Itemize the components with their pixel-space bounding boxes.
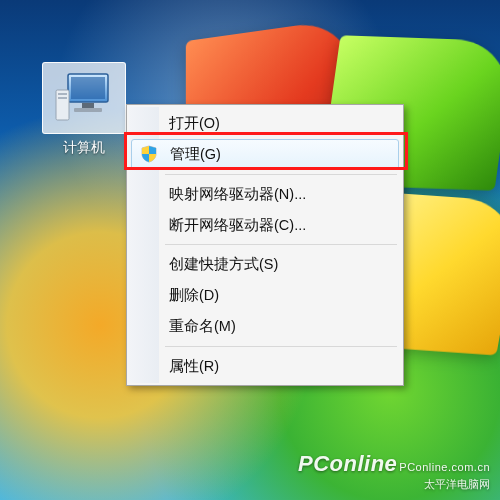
svg-rect-3	[74, 108, 102, 112]
menu-separator	[165, 346, 397, 347]
svg-rect-5	[58, 93, 67, 95]
watermark-cn: 太平洋电脑网	[298, 477, 490, 492]
context-menu: 打开(O) 管理(G) 映射网络驱动器(N)... 断开网络驱动器(C)... …	[126, 104, 404, 386]
svg-rect-1	[71, 77, 105, 99]
svg-rect-2	[82, 103, 94, 108]
watermark: PConlinePConline.com.cn 太平洋电脑网	[298, 451, 490, 492]
menu-separator	[165, 244, 397, 245]
menu-item-delete[interactable]: 删除(D)	[129, 280, 401, 311]
menu-item-rename[interactable]: 重命名(M)	[129, 311, 401, 342]
desktop-icon-label: 计算机	[57, 138, 111, 158]
menu-item-disconnect[interactable]: 断开网络驱动器(C)...	[129, 210, 401, 241]
computer-icon	[42, 62, 126, 134]
menu-item-properties[interactable]: 属性(R)	[129, 351, 401, 382]
desktop-icon-computer[interactable]: 计算机	[38, 62, 130, 166]
menu-item-shortcut[interactable]: 创建快捷方式(S)	[129, 249, 401, 280]
menu-item-map-drive[interactable]: 映射网络驱动器(N)...	[129, 179, 401, 210]
svg-rect-6	[58, 97, 67, 99]
uac-shield-icon	[140, 145, 158, 163]
watermark-main: PConlinePConline.com.cn	[298, 451, 490, 477]
menu-separator	[165, 174, 397, 175]
menu-item-open[interactable]: 打开(O)	[129, 108, 401, 139]
menu-item-manage[interactable]: 管理(G)	[131, 139, 399, 170]
menu-item-label: 管理(G)	[170, 146, 221, 162]
